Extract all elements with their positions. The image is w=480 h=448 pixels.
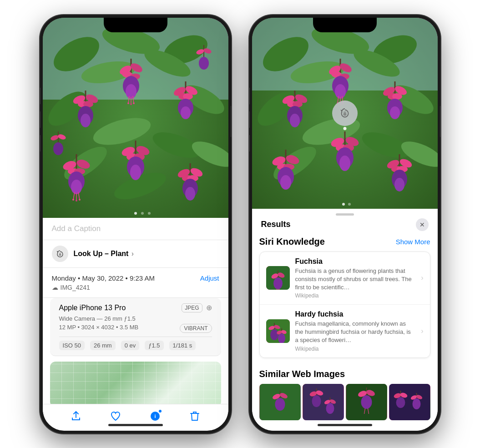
svg-point-175 [326,403,334,414]
exif-aperture: ƒ1.5 [145,341,163,350]
svg-point-180 [361,395,372,409]
visual-look-up-icon [52,246,68,262]
vibrant-badge: VIBRANT [180,324,212,333]
svg-point-75 [53,142,63,155]
svg-point-171 [312,395,321,407]
svg-point-101 [335,84,346,99]
right-screen: Results ✕ Siri Knowledge Show More [252,18,438,431]
svg-rect-153 [266,319,290,343]
exif-focal: 26 mm [90,341,116,350]
svg-point-121 [390,106,400,119]
svg-point-145 [343,112,346,116]
enhance-button[interactable]: i [149,410,162,423]
results-title: Results [261,220,291,229]
map-thumbnail[interactable] [50,362,221,407]
similar-images-row [259,384,430,420]
svg-point-76 [134,212,137,215]
svg-point-135 [394,178,404,191]
fuchsia-source: Wikipedia [295,292,416,299]
camera-lens: Wide Camera — 26 mm ƒ1.5 [59,315,212,322]
bottom-toolbar: i [43,404,228,423]
knowledge-card: Fuchsia Fuchsia is a genus of flowering … [259,252,430,358]
delete-button[interactable] [188,410,201,423]
lookup-label: Look Up – Plant › [74,250,134,258]
caption-area[interactable]: Add a Caption [43,218,228,240]
svg-point-114 [290,114,300,127]
svg-point-79 [59,253,61,256]
right-phone: Results ✕ Siri Knowledge Show More [249,15,440,433]
svg-point-191 [412,398,420,409]
camera-name: Apple iPhone 13 Pro [59,304,126,312]
adjust-button[interactable]: Adjust [200,274,219,282]
svg-point-53 [79,199,81,201]
camera-section: Apple iPhone 13 Pro JPEG ⊕ Wide Camera —… [50,298,221,356]
knowledge-item-hardy-fuchsia[interactable]: Hardy fuchsia Fuchsia magellanica, commo… [260,305,430,357]
svg-point-78 [148,212,151,215]
svg-point-144 [348,203,351,206]
visual-search-dot [343,127,346,130]
svg-point-143 [342,203,345,206]
notch-right [313,18,377,32]
svg-point-142 [339,156,350,171]
knowledge-item-fuchsia[interactable]: Fuchsia Fuchsia is a genus of flowering … [260,252,430,305]
fuchsia-info: Fuchsia Fuchsia is a genus of flowering … [295,257,416,299]
show-more-button[interactable]: Show More [396,238,430,246]
exif-iso: ISO 50 [59,341,85,350]
notch [104,18,167,32]
hardy-fuchsia-name: Hardy fuchsia [295,310,416,318]
phones-container: Add a Caption Look Up – Plant › [0,0,480,448]
fuchsia-thumbnail [266,266,290,290]
svg-rect-183 [389,384,430,420]
svg-point-24 [127,102,129,104]
svg-point-150 [273,277,283,289]
left-screen: Add a Caption Look Up – Plant › [43,18,228,431]
home-indicator-right [318,424,372,426]
photo-date: Monday • May 30, 2022 • 9:23 AM [52,274,155,282]
svg-point-25 [130,103,132,105]
share-button[interactable] [70,410,82,423]
svg-point-20 [126,84,136,99]
results-header: Results ✕ [252,218,438,237]
svg-point-119 [392,93,402,100]
flower-image-left [43,18,228,218]
svg-point-71 [199,57,209,70]
fuchsia-desc: Fuchsia is a genus of flowering plants t… [295,267,416,292]
close-button[interactable]: ✕ [416,218,429,231]
similar-web-images-section: Similar Web Images [252,363,438,420]
hardy-fuchsia-chevron-icon: › [421,327,423,335]
meta-section: Monday • May 30, 2022 • 9:23 AM Adjust ☁… [43,268,228,298]
cloud-icon: ☁ [52,284,58,291]
svg-point-51 [72,199,74,201]
siri-knowledge-title: Siri Knowledge [259,237,325,247]
similar-image-2[interactable] [303,384,344,420]
lookup-row[interactable]: Look Up – Plant › [43,240,228,268]
similar-image-4[interactable] [389,384,430,420]
svg-text:i: i [154,413,156,419]
left-phone: Add a Caption Look Up – Plant › [40,15,231,433]
exif-shutter: 1/181 s [169,341,196,350]
svg-point-166 [275,398,285,411]
svg-point-128 [280,175,291,190]
home-indicator-left [108,424,163,426]
hardy-fuchsia-desc: Fuchsia magellanica, commonly known as t… [295,320,416,345]
similar-image-1[interactable] [259,384,301,420]
results-sheet: Results ✕ Siri Knowledge Show More [252,209,438,431]
svg-point-77 [141,212,144,215]
visual-search-button[interactable] [332,101,358,126]
caption-placeholder: Add a Caption [52,224,101,233]
exif-ev: 0 ev [121,341,140,350]
location-pin-icon: ⊕ [206,303,212,312]
similar-title: Similar Web Images [259,369,430,379]
similar-image-3[interactable] [346,384,387,420]
jpeg-badge: JPEG [182,303,202,312]
svg-point-47 [71,180,82,194]
svg-point-52 [76,200,77,201]
sheet-handle[interactable] [336,213,354,216]
fuchsia-chevron-icon: › [421,274,423,282]
svg-point-40 [181,106,191,119]
favorite-button[interactable] [109,410,122,423]
hardy-fuchsia-source: Wikipedia [295,346,416,352]
hardy-fuchsia-info: Hardy fuchsia Fuchsia magellanica, commo… [295,310,416,352]
camera-resolution: 12 MP • 3024 × 4032 • 3.5 MB [59,324,139,331]
flower-image-right [252,18,438,209]
